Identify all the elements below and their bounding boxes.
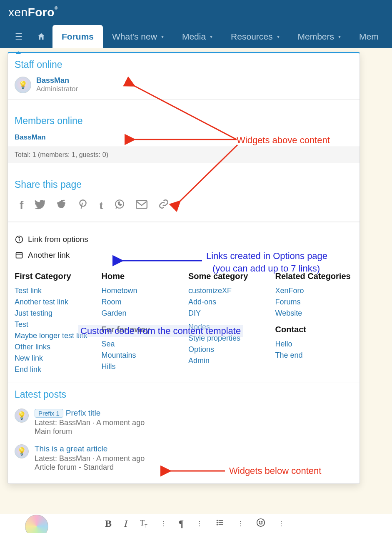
page-background: Staff online BassMan Administrator Membe… [0,48,392,533]
toolbar-more-icon-4[interactable]: ⋮ [278,520,285,528]
nav-tab-label: Members [298,32,335,42]
category-link[interactable]: customizeXF [188,285,266,296]
nav-tab-label: Mem [359,32,379,42]
svg-point-1 [57,202,59,204]
nav-tab-forums[interactable]: Forums [52,25,103,48]
pinterest-icon[interactable] [77,199,88,212]
whatsapp-icon[interactable] [114,199,125,212]
share-title[interactable]: Share this page [15,179,82,190]
nav-tab-members[interactable]: Members▾ [289,25,350,48]
category-link[interactable]: Hills [102,361,180,372]
category-column: Related CategoriesXenForoForumsWebsiteCo… [275,271,353,375]
category-column: HomeHometownRoomGardenFar far awaySeaMou… [102,271,180,375]
post-forum[interactable]: Article forum - Standard [35,463,353,472]
category-link[interactable]: Other links [15,341,92,353]
widget-latest-posts: Latest posts Prefix 1Prefix titleLatest:… [8,383,360,476]
option-link-2-label: Another link [28,251,70,260]
svg-point-0 [58,201,65,208]
member-link[interactable]: BassMan [15,133,46,141]
category-link[interactable]: Another test link [15,296,92,308]
nav-tab-mem[interactable]: Mem [350,25,388,48]
toolbar-more-icon-3[interactable]: ⋮ [237,520,244,528]
italic-button[interactable]: I [124,518,127,529]
category-link[interactable]: Admin [188,355,266,366]
editor-avatar[interactable] [25,515,48,533]
avatar[interactable] [15,408,29,423]
option-link-2[interactable]: Another link [15,247,353,263]
nav-tab-resources[interactable]: Resources▾ [222,25,288,48]
svg-point-2 [64,202,66,204]
brand-reg: ® [55,6,58,10]
svg-point-4 [80,200,86,206]
facebook-icon[interactable]: f [20,199,23,212]
staff-online-title[interactable]: Staff online [15,59,62,70]
category-link[interactable]: Test link [15,285,92,296]
prefix-badge[interactable]: Prefix 1 [35,409,63,418]
main-navbar: ☰ ForumsWhat's new▾Media▾Resources▾Membe… [0,25,392,48]
emoji-button[interactable] [256,518,265,530]
category-link[interactable]: Options [188,344,266,355]
toolbar-more-icon[interactable]: ⋮ [160,520,167,528]
members-online-title[interactable]: Members online [15,115,83,126]
post-forum[interactable]: Main forum [35,427,353,436]
svg-point-9 [19,237,20,238]
staff-user-name[interactable]: BassMan [36,76,78,85]
hamburger-icon[interactable]: ☰ [7,25,30,48]
option-link-1-label: Link from options [28,235,88,244]
category-link[interactable]: The end [275,350,353,361]
nav-tab-label: Media [182,32,206,42]
category-link[interactable]: Hello [275,339,353,350]
brand-logo[interactable]: xenForo® [8,6,58,19]
avatar[interactable] [15,444,29,458]
chevron-down-icon: ▾ [161,34,164,40]
category-link[interactable]: DIY [188,308,266,319]
chevron-down-icon: ▾ [277,34,280,40]
category-link[interactable]: XenForo [275,285,353,296]
home-icon[interactable] [30,25,52,48]
avatar[interactable] [15,77,31,93]
nav-tab-media[interactable]: Media▾ [173,25,222,48]
members-totals: Total: 1 (members: 1, guests: 0) [8,147,360,163]
category-link[interactable]: Garden [102,308,180,319]
toolbar-more-icon-2[interactable]: ⋮ [196,520,203,528]
paragraph-button[interactable]: ¶ [179,518,184,529]
brand-banner: xenForo® [0,0,392,25]
nav-tab-what-s-new[interactable]: What's new▾ [103,25,173,48]
option-links-zone: Link from options Another link [8,222,360,267]
category-link[interactable]: New link [15,353,92,364]
svg-rect-6 [136,201,147,209]
twitter-icon[interactable] [34,199,45,212]
category-link[interactable]: Forums [275,296,353,308]
tumblr-icon[interactable]: t [99,199,103,212]
category-heading: Some category [188,271,266,281]
category-link[interactable]: Sea [102,339,180,350]
category-column: Some categorycustomizeXFAdd-onsDIYNodesS… [188,271,266,375]
latest-post-row: Prefix 1Prefix titleLatest: BassMan · A … [8,404,360,440]
post-meta: Latest: BassMan · A moment ago [35,454,353,463]
template-note-overlay: Custom code from the content template [78,325,243,337]
post-title-link[interactable]: Prefix title [66,408,100,417]
latest-post-row: This is a great articleLatest: BassMan ·… [8,440,360,476]
brand-post: Foro [28,6,55,19]
nav-tab-label: What's new [112,32,157,42]
widgets-popover: Staff online BassMan Administrator Membe… [7,52,360,484]
latest-posts-title[interactable]: Latest posts [15,389,66,400]
bold-button[interactable]: B [105,518,112,529]
reddit-icon[interactable] [56,199,67,212]
link-icon[interactable] [158,199,169,212]
category-link[interactable]: Hometown [102,285,180,296]
category-link[interactable]: Room [102,296,180,308]
font-size-button[interactable]: TT [140,519,147,528]
option-link-1[interactable]: Link from options [15,232,353,247]
category-link[interactable]: Add-ons [188,296,266,308]
email-icon[interactable] [136,199,147,212]
category-link[interactable]: Just testing [15,308,92,319]
post-title-link[interactable]: This is a great article [35,444,107,453]
category-link[interactable]: Mountains [102,350,180,361]
list-button[interactable] [215,518,225,529]
staff-user-role: Administrator [36,85,78,93]
category-link[interactable]: End link [15,364,92,375]
category-link[interactable]: Website [275,308,353,319]
svg-point-16 [217,522,217,523]
brand-pre: xen [8,6,28,19]
